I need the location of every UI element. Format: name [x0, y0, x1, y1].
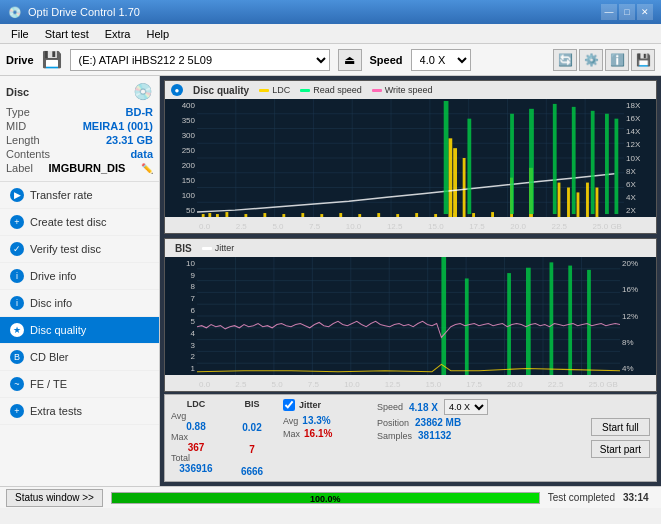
- svg-rect-22: [216, 214, 219, 217]
- svg-rect-53: [572, 107, 576, 214]
- refresh-button[interactable]: 🔄: [553, 49, 577, 71]
- length-value: 23.31 GB: [106, 134, 153, 146]
- legend-ldc: LDC: [259, 85, 290, 95]
- drivebar: Drive 💾 (E:) ATAPI iHBS212 2 5L09 ⏏ Spee…: [0, 44, 661, 76]
- status-window-button[interactable]: Status window >>: [6, 489, 103, 507]
- nav-label-fe-te: FE / TE: [30, 378, 67, 390]
- type-label: Type: [6, 106, 30, 118]
- svg-rect-55: [605, 114, 609, 214]
- nav-icon-cd-bler: B: [10, 350, 24, 364]
- nav-label-disc-quality: Disc quality: [30, 324, 86, 336]
- jitter-max-label: Max: [283, 429, 300, 439]
- position-value: 23862 MB: [415, 417, 461, 428]
- svg-rect-21: [208, 213, 211, 217]
- stats-jitter: Jitter Avg 13.3% Max 16.1%: [283, 399, 363, 477]
- menu-extra[interactable]: Extra: [98, 26, 138, 42]
- eject-button[interactable]: ⏏: [338, 49, 362, 71]
- svg-rect-52: [553, 104, 557, 214]
- disc-section: Disc 💿 Type BD-R MID MEIRA1 (001) Length…: [0, 76, 159, 182]
- main-content: Disc 💿 Type BD-R MID MEIRA1 (001) Length…: [0, 76, 661, 486]
- ldc-avg-label: Avg: [171, 411, 186, 421]
- chart1-svg: [197, 99, 624, 217]
- progress-value: 100.0%: [310, 493, 341, 504]
- svg-rect-51: [529, 109, 534, 214]
- legend-ldc-label: LDC: [272, 85, 290, 95]
- ldc-total-value: 336916: [179, 463, 212, 474]
- nav-icon-fe-te: ~: [10, 377, 24, 391]
- bis-header: BIS: [244, 399, 259, 409]
- type-value: BD-R: [126, 106, 154, 118]
- legend-write-label: Write speed: [385, 85, 433, 95]
- jitter-checkbox[interactable]: [283, 399, 295, 411]
- svg-rect-77: [441, 257, 446, 375]
- nav-cd-bler[interactable]: B CD Bler: [0, 344, 159, 371]
- nav-drive-info[interactable]: i Drive info: [0, 263, 159, 290]
- svg-rect-81: [550, 262, 554, 375]
- nav-icon-extra: +: [10, 404, 24, 418]
- svg-rect-49: [467, 119, 471, 214]
- nav-create-test-disc[interactable]: + Create test disc: [0, 209, 159, 236]
- nav-label-verify-test-disc: Verify test disc: [30, 243, 101, 255]
- nav-icon-drive: i: [10, 269, 24, 283]
- ldc-max-value: 367: [188, 442, 205, 453]
- close-button[interactable]: ✕: [637, 4, 653, 20]
- svg-rect-39: [453, 148, 457, 217]
- svg-rect-31: [377, 213, 380, 217]
- nav-icon-verify: ✓: [10, 242, 24, 256]
- stats-bis: BIS 0.02 7 6666: [227, 399, 277, 477]
- chart1-titlebar: ● Disc quality LDC Read speed Write spee…: [165, 81, 656, 99]
- chart2-y-left: 10987654321: [165, 257, 197, 375]
- jitter-avg-value: 13.3%: [302, 415, 330, 426]
- svg-rect-25: [263, 213, 266, 217]
- jitter-max-value: 16.1%: [304, 428, 332, 439]
- legend-write-dot: [372, 89, 382, 92]
- save-button[interactable]: 💾: [631, 49, 655, 71]
- info-button[interactable]: ℹ️: [605, 49, 629, 71]
- stats-speed: Speed 4.18 X 4.0 X2.0 X8.0 X Position 23…: [377, 399, 497, 477]
- app-title: Opti Drive Control 1.70: [28, 6, 140, 18]
- svg-rect-40: [463, 158, 466, 217]
- progress-bar: 100.0%: [111, 492, 540, 504]
- legend-write: Write speed: [372, 85, 433, 95]
- nav-disc-info[interactable]: i Disc info: [0, 290, 159, 317]
- ldc-avg-value: 0.88: [186, 421, 205, 432]
- contents-value: data: [130, 148, 153, 160]
- svg-rect-82: [568, 266, 572, 375]
- maximize-button[interactable]: □: [619, 4, 635, 20]
- chart1-body: 40035030025020015010050: [165, 99, 656, 217]
- nav-disc-quality[interactable]: ★ Disc quality: [0, 317, 159, 344]
- menu-start-test[interactable]: Start test: [38, 26, 96, 42]
- nav-fe-te[interactable]: ~ FE / TE: [0, 371, 159, 398]
- svg-rect-27: [301, 213, 304, 217]
- svg-rect-50: [510, 114, 514, 214]
- speed-label: Speed: [370, 54, 403, 66]
- disc-label-label: Label: [6, 162, 33, 174]
- chart1-title: Disc quality: [193, 85, 249, 96]
- ldc-total-label: Total: [171, 453, 190, 463]
- jitter-header: Jitter: [299, 400, 321, 410]
- start-part-button[interactable]: Start part: [591, 440, 650, 458]
- speed-select[interactable]: 4.0 X2.0 X8.0 X: [444, 399, 488, 415]
- chart1-y-right: 18X16X14X12X10X8X6X4X2X: [624, 99, 656, 217]
- chart1-y-left: 40035030025020015010050: [165, 99, 197, 217]
- titlebar-controls: — □ ✕: [601, 4, 653, 20]
- svg-rect-44: [567, 188, 570, 218]
- menu-help[interactable]: Help: [139, 26, 176, 42]
- nav-transfer-rate[interactable]: ▶ Transfer rate: [0, 182, 159, 209]
- svg-rect-48: [444, 101, 449, 214]
- titlebar: 💿 Opti Drive Control 1.70 — □ ✕: [0, 0, 661, 24]
- svg-rect-54: [591, 111, 595, 214]
- minimize-button[interactable]: —: [601, 4, 617, 20]
- menu-file[interactable]: File: [4, 26, 36, 42]
- settings-button[interactable]: ⚙️: [579, 49, 603, 71]
- svg-rect-29: [339, 213, 342, 217]
- label-edit-icon[interactable]: ✏️: [141, 163, 153, 174]
- nav-verify-test-disc[interactable]: ✓ Verify test disc: [0, 236, 159, 263]
- svg-rect-33: [415, 213, 418, 217]
- start-full-button[interactable]: Start full: [591, 418, 650, 436]
- app-icon: 💿: [8, 6, 22, 19]
- samples-value: 381132: [418, 430, 451, 441]
- drive-select[interactable]: (E:) ATAPI iHBS212 2 5L09: [70, 49, 330, 71]
- nav-extra-tests[interactable]: + Extra tests: [0, 398, 159, 425]
- speed-select[interactable]: 4.0 X: [411, 49, 471, 71]
